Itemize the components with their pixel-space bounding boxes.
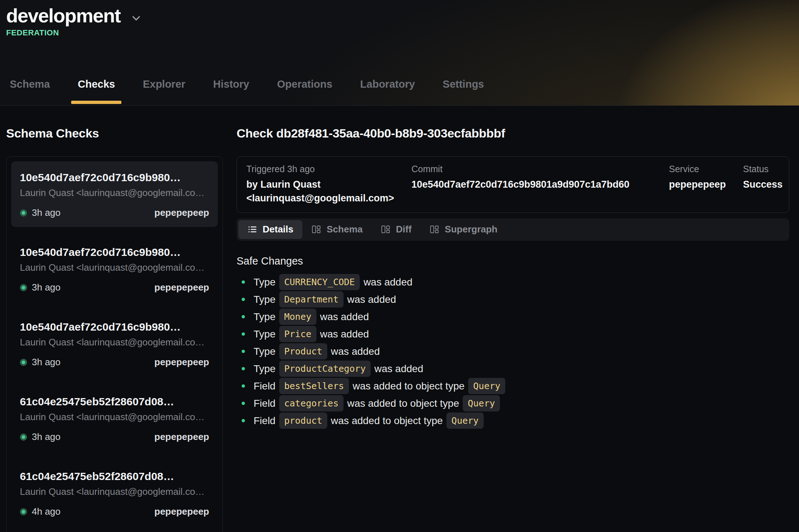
- change-text: was added to object type: [331, 415, 443, 427]
- check-service: pepepepeep: [154, 357, 209, 368]
- check-detail-panel: Check db28f481-35aa-40b0-b8b9-303ecfabbb…: [237, 126, 789, 532]
- check-time: 3h ago: [32, 207, 61, 218]
- schema-check-item[interactable]: 61c04e25475eb52f28607d08… Laurin Quast <…: [11, 460, 218, 526]
- bullet-icon: [242, 419, 245, 422]
- check-time: 3h ago: [32, 357, 61, 368]
- check-author: Laurin Quast <laurinquast@googlemail.co…: [20, 262, 209, 273]
- tab-schema[interactable]: Schema: [6, 78, 53, 105]
- schema-check-item[interactable]: 10e540d7aef72c0d716c9b980… Laurin Quast …: [11, 311, 218, 376]
- schema-checks-title: Schema Checks: [6, 126, 223, 140]
- change-item: Type Price was added: [237, 326, 789, 343]
- change-text: was added to object type: [353, 380, 465, 392]
- view-tabs: Details Schema Diff Supergraph: [237, 218, 789, 241]
- safe-changes-title: Safe Changes: [237, 255, 789, 267]
- list-icon: [247, 224, 257, 234]
- view-tab-diff[interactable]: Diff: [372, 220, 420, 239]
- meta-col-status: Status Success: [743, 164, 783, 205]
- bullet-icon: [242, 315, 245, 318]
- status-dot-icon: [20, 508, 27, 515]
- schema-check-item[interactable]: 10e540d7aef72c0d716c9b980… Laurin Quast …: [11, 236, 218, 302]
- main-nav: SchemaChecksExplorerHistoryOperationsLab…: [0, 78, 799, 105]
- change-code: bestSellers: [279, 378, 349, 394]
- check-service: pepepepeep: [154, 506, 209, 517]
- tab-operations[interactable]: Operations: [273, 78, 336, 105]
- check-service: pepepepeep: [154, 207, 209, 218]
- change-kind: Type: [254, 363, 276, 375]
- change-kind: Field: [254, 398, 276, 409]
- status-dot-icon: [20, 359, 27, 366]
- change-text: was added: [347, 294, 396, 305]
- tab-explorer[interactable]: Explorer: [139, 78, 189, 105]
- check-meta-row: 3h ago pepepepeep: [20, 207, 209, 218]
- bullet-icon: [242, 280, 245, 284]
- meta-col-commit: Commit 10e540d7aef72c0d716c9b9801a9d907c…: [411, 164, 669, 205]
- tab-history[interactable]: History: [210, 78, 253, 105]
- status-dot-icon: [20, 433, 27, 441]
- triggered-value: by Laurin Quast <laurinquast@googlemail.…: [246, 178, 411, 205]
- columns-icon: [311, 224, 321, 234]
- change-code: CURRENCY_CODE: [279, 274, 360, 290]
- check-service: pepepepeep: [154, 282, 209, 293]
- check-author: Laurin Quast <laurinquast@googlemail.co…: [20, 337, 209, 348]
- change-text: was added: [374, 363, 423, 375]
- view-tab-supergraph[interactable]: Supergraph: [420, 220, 506, 239]
- check-commit: 10e540d7aef72c0d716c9b980…: [20, 171, 209, 184]
- commit-value: 10e540d7aef72c0d716c9b9801a9d907c1a7bd60: [411, 178, 669, 192]
- change-item: Field bestSellers was added to object ty…: [237, 378, 789, 395]
- commit-label: Commit: [411, 164, 669, 174]
- check-commit: 10e540d7aef72c0d716c9b980…: [20, 246, 209, 258]
- check-meta-row: 3h ago pepepepeep: [20, 431, 209, 442]
- change-text: was added: [331, 346, 380, 357]
- tab-laboratory[interactable]: Laboratory: [357, 78, 418, 105]
- bullet-icon: [242, 384, 245, 388]
- check-service: pepepepeep: [154, 431, 209, 442]
- bullet-icon: [242, 367, 245, 370]
- check-time: 3h ago: [32, 282, 61, 293]
- columns-icon: [429, 224, 439, 234]
- status-dot-icon: [20, 209, 27, 217]
- triggered-label: Triggered 3h ago: [246, 164, 411, 174]
- change-code: categories: [279, 395, 344, 411]
- check-author: Laurin Quast <laurinquast@googlemail.co…: [20, 486, 209, 497]
- check-detail-title: Check db28f481-35aa-40b0-b8b9-303ecfabbb…: [237, 126, 789, 140]
- change-kind: Type: [254, 346, 276, 357]
- changes-list: Type CURRENCY_CODE was added Type Depart…: [237, 274, 789, 429]
- check-time: 3h ago: [32, 431, 61, 442]
- project-header: development FEDERATION SchemaChecksExplo…: [0, 0, 799, 106]
- bullet-icon: [242, 350, 245, 353]
- schema-checks-list: 10e540d7aef72c0d716c9b980… Laurin Quast …: [6, 156, 223, 532]
- change-item: Type ProductCategory was added: [237, 360, 789, 378]
- check-author: Laurin Quast <laurinquast@googlemail.co…: [20, 411, 209, 423]
- status-value: Success: [743, 178, 783, 192]
- check-meta-row: 4h ago pepepepeep: [20, 506, 209, 517]
- change-item: Type Department was added: [237, 291, 789, 308]
- check-author: Laurin Quast <laurinquast@googlemail.co…: [20, 187, 209, 199]
- tab-settings[interactable]: Settings: [439, 78, 488, 105]
- change-kind: Type: [254, 328, 276, 340]
- change-kind: Field: [254, 415, 276, 427]
- status-label: Status: [743, 164, 783, 174]
- check-time: 4h ago: [32, 506, 61, 517]
- project-title-row: development: [0, 0, 799, 27]
- check-commit: 10e540d7aef72c0d716c9b980…: [20, 321, 209, 333]
- bullet-icon: [242, 298, 245, 301]
- change-item: Type Product was added: [237, 343, 789, 360]
- check-meta-box: Triggered 3h ago by Laurin Quast <laurin…: [237, 156, 789, 213]
- columns-icon: [381, 224, 390, 234]
- schema-check-item[interactable]: 10e540d7aef72c0d716c9b980… Laurin Quast …: [11, 161, 218, 227]
- change-code2: Query: [446, 413, 484, 429]
- view-tab-schema[interactable]: Schema: [302, 220, 372, 239]
- tab-checks[interactable]: Checks: [74, 78, 118, 105]
- change-code: Department: [279, 291, 344, 308]
- service-value: pepepepeep: [669, 178, 743, 192]
- schema-check-item[interactable]: 61c04e25475eb52f28607d08… Laurin Quast <…: [11, 385, 218, 451]
- check-commit: 61c04e25475eb52f28607d08…: [20, 396, 209, 408]
- change-item: Field categories was added to object typ…: [237, 395, 789, 412]
- view-tab-details[interactable]: Details: [238, 220, 302, 239]
- project-title[interactable]: development: [6, 4, 121, 27]
- status-dot-icon: [20, 284, 27, 291]
- bullet-icon: [242, 332, 245, 336]
- change-code: Product: [279, 343, 327, 359]
- change-kind: Type: [254, 311, 276, 323]
- chevron-down-icon[interactable]: [131, 13, 142, 23]
